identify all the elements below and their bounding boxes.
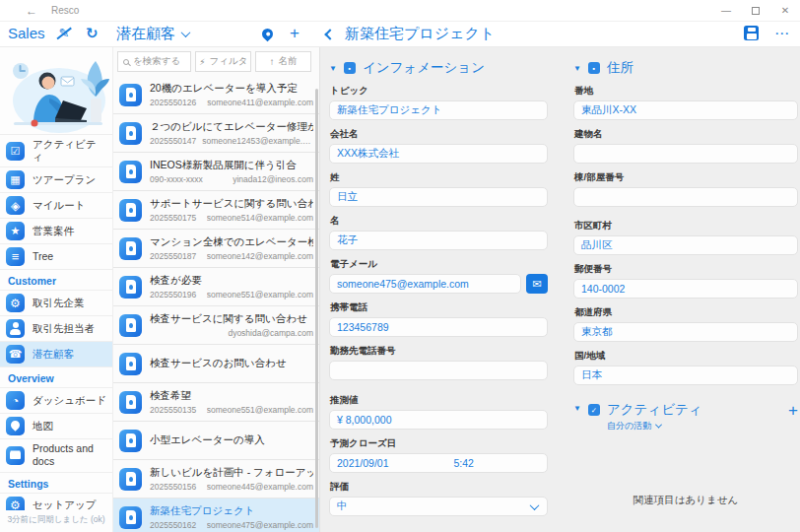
maximize-icon[interactable] [741, 0, 770, 22]
list-item-subline: 2025550135 someone551@example.com [150, 405, 313, 415]
list-item-main: 小型エレベーターの導入 [150, 433, 313, 447]
city-field[interactable]: 品川区 [573, 235, 798, 255]
list-item-main: サポートサービスに関する問い合わせ 2025550175 someone514@… [150, 197, 313, 223]
address-section-header[interactable]: ▼ ▪ 住所 [573, 59, 798, 77]
list-item[interactable]: ２つのビルにてエレベーター修理が必要 2025550147 someone124… [113, 114, 319, 153]
sidebar-item[interactable]: Products and docs [0, 438, 112, 471]
sidebar-item-label: 営業案件 [33, 225, 74, 237]
zip-field[interactable]: 140-0002 [573, 279, 798, 299]
prefecture-field[interactable]: 東京都 [573, 322, 798, 342]
info-section-title: インフォメーション [363, 59, 485, 77]
list-item-title: サポートサービスに関する問い合わせ [150, 197, 313, 211]
list-item[interactable]: INEOS様新製品展開に伴う引合 090-xxxx-xxxx yinada12@… [113, 153, 319, 191]
rating-dropdown[interactable]: 中 [329, 497, 548, 516]
activities-titles: アクティビティ 自分の活動 [607, 401, 702, 432]
list-item-title: 新築住宅プロジェクト [150, 504, 313, 518]
sync-status: 3分前に同期しました (ok) [0, 510, 112, 532]
entity-selector[interactable]: 潜在顧客 [116, 25, 189, 43]
company-field[interactable]: XXX株式会社 [329, 144, 548, 164]
sidebar-item[interactable]: 取引先担当者 [0, 315, 112, 341]
sidebar-item-label: Tree [33, 250, 53, 263]
sidebar-item[interactable]: 取引先企業 [0, 290, 112, 315]
sidebar-item[interactable]: アクティビティ [0, 134, 112, 166]
filter-button[interactable]: ⚡ フィルタ [195, 51, 251, 72]
record-title: 新築住宅プロジェクト [345, 25, 495, 43]
mobile-field[interactable]: 123456789 [329, 317, 548, 337]
list-item-title: 新しいビルを計画中 - フォローアップ [150, 466, 313, 480]
sidebar-item-label: ツアープラン [33, 173, 96, 186]
window-back-icon[interactable]: ← [26, 4, 37, 18]
list-item-main: マンション全棟でのエレベーター検査が必要 2025550187 someone1… [150, 235, 313, 261]
building-field[interactable] [573, 144, 798, 164]
add-record-icon[interactable]: + [290, 26, 300, 41]
lead-record-icon [119, 84, 142, 106]
minimize-icon[interactable]: — [711, 0, 741, 22]
save-button[interactable] [744, 26, 759, 40]
back-chevron-icon[interactable] [324, 29, 335, 39]
topic-field[interactable]: 新築住宅プロジェクト [329, 100, 548, 120]
company-value: XXX株式会社 [337, 147, 399, 161]
sidebar-item[interactable]: Tree [0, 243, 112, 269]
workspace-menu[interactable]: Sales [8, 25, 45, 41]
list-item[interactable]: サポートサービスに関する問い合わせ 2025550175 someone514@… [113, 191, 319, 230]
send-email-button[interactable]: ✉ [526, 274, 548, 294]
sidebar-item[interactable]: セットアップ [0, 493, 112, 511]
list-item[interactable]: 小型エレベーターの導入 [113, 422, 319, 460]
lead-list-pane: を検索する ⚡ フィルタ ↑ 名前 20機のエレベーターを導入予定 [113, 47, 320, 532]
list-item[interactable]: 検査サービスのお問い合わせ [113, 345, 319, 383]
sidebar-item[interactable]: 地図 [0, 413, 112, 438]
closedate-field[interactable]: 2021/09/01 5:42 [329, 453, 548, 473]
email-field[interactable]: someone475@example.com [329, 274, 521, 294]
list-item[interactable]: 新しいビルを計画中 - フォローアップ 2025550156 someone44… [113, 460, 319, 499]
list-item-title: 検査が必要 [150, 274, 313, 288]
sidebar-item[interactable]: 潜在顧客 [0, 341, 112, 366]
list-item[interactable]: 検査サービスに関する問い合わせ dyoshida@campa.com [113, 306, 319, 345]
sort-button[interactable]: ↑ 名前 [255, 51, 311, 72]
lastname-field[interactable]: 日立 [329, 187, 548, 207]
list-item[interactable]: 検査希望 2025550135 someone551@example.com [113, 383, 319, 422]
workphone-field[interactable] [329, 361, 548, 380]
activities-filter[interactable]: 自分の活動 [607, 420, 702, 432]
edit-disabled-icon[interactable]: ✎ [56, 26, 72, 41]
country-field[interactable]: 日本 [573, 366, 798, 385]
map-pin-icon[interactable] [260, 26, 276, 41]
list-item-subline: 090-xxxx-xxxx yinada12@ineos.com [150, 174, 313, 184]
sidebar-item-label: マイルート [33, 199, 85, 212]
street-label: 番地 [574, 85, 798, 98]
window-title: Resco [51, 5, 79, 16]
list-item-subline: 2025550196 someone551@example.com [150, 290, 313, 299]
more-options-icon[interactable]: ⋯ [774, 27, 790, 40]
form-column-left: ▼ ▪ インフォメーション トピック 新築住宅プロジェクト 会社名 XXX株式会… [329, 57, 548, 532]
list-item[interactable]: 検査が必要 2025550196 someone551@example.com [113, 268, 319, 306]
list-item-email: someone12453@example.c... [202, 136, 313, 146]
sidebar-item-icon [6, 497, 25, 511]
activities-section-header[interactable]: ▼ ✓ アクティビティ 自分の活動 + [573, 401, 798, 432]
close-icon[interactable]: ✕ [770, 0, 800, 22]
search-input[interactable]: を検索する [117, 51, 191, 72]
add-activity-icon[interactable]: + [788, 403, 798, 419]
sidebar-item[interactable]: 営業案件 [0, 218, 112, 243]
sidebar-item[interactable]: ダッシュボード [0, 387, 112, 413]
list-scrollbar[interactable] [315, 89, 318, 528]
sidebar-section-header: Customer [0, 269, 112, 290]
sidebar-item-icon [6, 319, 25, 338]
firstname-field[interactable]: 花子 [329, 231, 548, 250]
list-item[interactable]: 20機のエレベーターを導入予定 2025550126 someone411@ex… [113, 76, 319, 114]
list-item-phone: 2025550135 [150, 405, 196, 415]
list-item-email: someone551@example.com [207, 290, 313, 299]
value-field[interactable]: ¥ 8,000,000 [329, 410, 548, 430]
firstname-value: 花子 [337, 233, 358, 247]
street-field[interactable]: 東品川X-XX [573, 100, 798, 120]
value-label: 推測値 [330, 394, 548, 407]
room-field[interactable] [573, 187, 798, 207]
sidebar-item[interactable]: ツアープラン [0, 166, 112, 192]
list-item-email: someone411@example.com [207, 98, 313, 107]
list-item-title: INEOS様新製品展開に伴う引合 [150, 159, 313, 172]
address-section-icon: ▪ [588, 62, 600, 74]
info-section-header[interactable]: ▼ ▪ インフォメーション [329, 59, 548, 77]
sidebar-item[interactable]: マイルート [0, 192, 112, 218]
list-item[interactable]: 新築住宅プロジェクト 2025550162 someone475@example… [113, 499, 319, 532]
list-item[interactable]: マンション全棟でのエレベーター検査が必要 2025550187 someone1… [113, 230, 319, 268]
sync-icon[interactable]: ↻ [86, 26, 99, 41]
lead-record-icon [119, 161, 142, 183]
